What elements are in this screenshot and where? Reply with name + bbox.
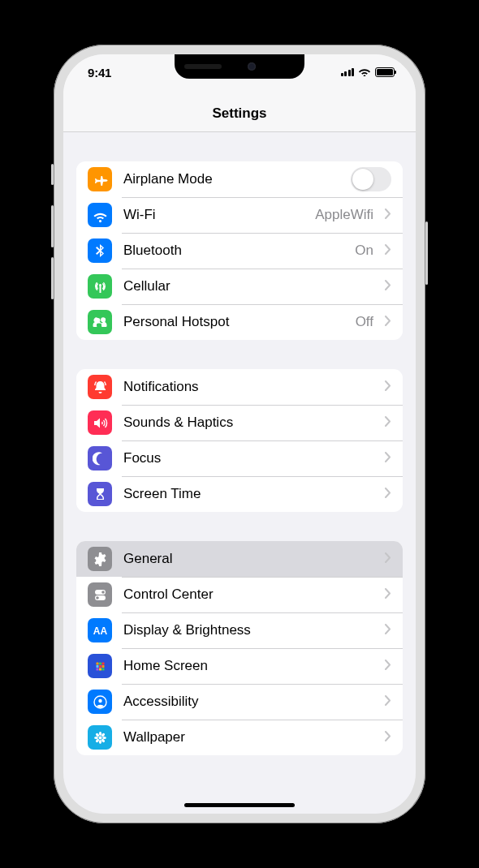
settings-group-connectivity: Airplane ModeWi-FiAppleWifiBluetoothOnCe… (76, 161, 403, 340)
chevron-right-icon (385, 694, 391, 709)
textsize-icon (88, 618, 112, 642)
settings-row-hotspot[interactable]: Personal HotspotOff (76, 304, 403, 340)
power-button (425, 221, 428, 285)
speaker-icon (88, 410, 112, 435)
settings-row-controlcenter[interactable]: Control Center (76, 577, 403, 612)
settings-row-notifications[interactable]: Notifications (76, 369, 403, 405)
content[interactable]: Airplane ModeWi-FiAppleWifiBluetoothOnCe… (63, 54, 416, 814)
battery-icon (375, 67, 395, 77)
chevron-right-icon (385, 623, 391, 638)
chevron-right-icon (385, 208, 391, 222)
row-label: Notifications (123, 379, 373, 395)
settings-row-focus[interactable]: Focus (76, 440, 403, 476)
status-time: 9:41 (88, 66, 111, 79)
row-label: Airplane Mode (123, 171, 339, 187)
settings-row-display[interactable]: Display & Brightness (76, 612, 403, 648)
volume-up-button (51, 205, 54, 247)
row-value: On (355, 243, 373, 259)
row-label: Personal Hotspot (123, 314, 344, 330)
chevron-right-icon (385, 587, 391, 602)
settings-row-wifi[interactable]: Wi-FiAppleWifi (76, 197, 403, 233)
row-label: Display & Brightness (123, 622, 373, 638)
row-label: General (123, 551, 373, 567)
moon-icon (88, 446, 112, 471)
row-label: Wallpaper (123, 729, 373, 746)
airplane-icon (88, 167, 112, 191)
chevron-right-icon (385, 279, 391, 294)
bell-icon (88, 375, 112, 399)
row-value: Off (356, 314, 373, 330)
chevron-right-icon (385, 315, 391, 329)
row-label: Bluetooth (123, 243, 343, 259)
chevron-right-icon (385, 415, 391, 430)
antenna-icon (88, 274, 112, 299)
settings-row-wallpaper[interactable]: Wallpaper (76, 720, 403, 755)
row-label: Focus (123, 450, 373, 466)
volume-down-button (51, 257, 54, 299)
chevron-right-icon (385, 243, 391, 258)
row-label: Home Screen (123, 658, 373, 674)
toggle-airplane[interactable] (351, 167, 391, 191)
home-indicator[interactable] (184, 803, 295, 807)
page-title: Settings (212, 105, 266, 122)
hourglass-icon (88, 482, 112, 506)
row-label: Accessibility (123, 694, 373, 710)
row-label: Cellular (123, 278, 373, 294)
flower-icon (88, 725, 112, 750)
settings-row-bluetooth[interactable]: BluetoothOn (76, 233, 403, 269)
hotspot-icon (88, 310, 112, 334)
person-icon (88, 690, 112, 714)
gear-icon (88, 547, 112, 571)
wifi-icon (88, 203, 112, 227)
chevron-right-icon (385, 659, 391, 673)
settings-group-system: GeneralControl CenterDisplay & Brightnes… (76, 541, 403, 755)
notch (175, 54, 304, 79)
chevron-right-icon (385, 487, 391, 501)
grid-icon (88, 654, 112, 678)
row-value: AppleWifi (315, 207, 373, 223)
settings-group-alerts: NotificationsSounds & HapticsFocusScreen… (76, 369, 403, 512)
row-label: Control Center (123, 587, 373, 603)
settings-row-sounds[interactable]: Sounds & Haptics (76, 405, 403, 440)
switches-icon (88, 582, 112, 607)
mute-switch (51, 164, 54, 185)
chevron-right-icon (385, 380, 391, 394)
row-label: Screen Time (123, 486, 373, 502)
cellular-signal-icon (341, 68, 355, 76)
chevron-right-icon (385, 730, 391, 745)
bluetooth-icon (88, 238, 112, 263)
settings-row-screentime[interactable]: Screen Time (76, 476, 403, 512)
settings-row-general[interactable]: General (76, 541, 403, 577)
row-label: Wi-Fi (123, 207, 304, 223)
chevron-right-icon (385, 552, 391, 566)
settings-row-homescreen[interactable]: Home Screen (76, 648, 403, 684)
settings-row-airplane[interactable]: Airplane Mode (76, 161, 403, 197)
settings-row-cellular[interactable]: Cellular (76, 269, 403, 304)
wifi-status-icon (358, 65, 371, 79)
phone-frame: 9:41 Settings Airplane ModeWi-FiAppleWif… (54, 45, 425, 823)
chevron-right-icon (385, 451, 391, 466)
screen: 9:41 Settings Airplane ModeWi-FiAppleWif… (63, 54, 416, 814)
row-label: Sounds & Haptics (123, 415, 373, 431)
settings-row-accessibility[interactable]: Accessibility (76, 684, 403, 720)
